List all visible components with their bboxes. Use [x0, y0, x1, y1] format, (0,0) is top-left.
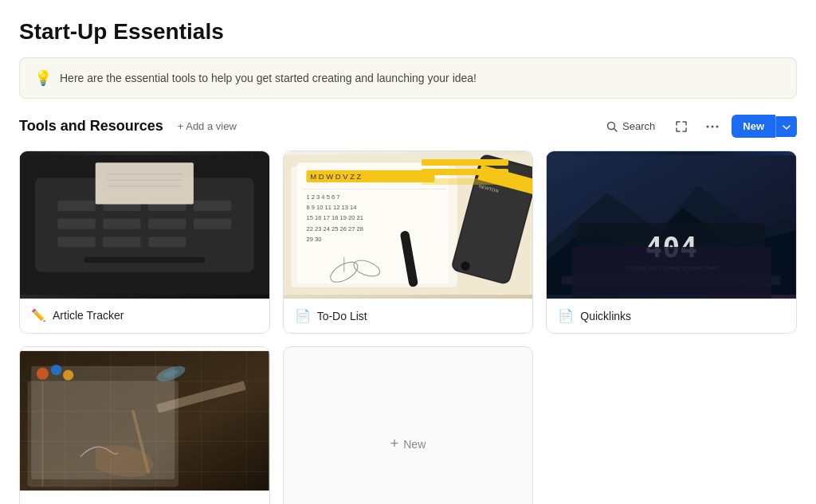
- doc-icon-todo: 📄: [295, 308, 311, 323]
- banner-text: Here are the essential tools to help you…: [60, 72, 477, 84]
- svg-text:22  23  24  25  26  27  28: 22 23 24 25 26 27 28: [306, 225, 363, 232]
- card-footer-quicklinks: 📄 Quicklinks: [547, 299, 796, 333]
- svg-text:29  30: 29 30: [306, 236, 321, 243]
- svg-rect-13: [148, 218, 186, 229]
- page-title: Start-Up Essentials: [19, 19, 797, 45]
- svg-text:M  D  W  D  V  Z  Z: M D W D V Z Z: [310, 172, 361, 181]
- svg-rect-15: [57, 236, 95, 247]
- card-title-article-tracker: Article Tracker: [53, 309, 124, 322]
- expand-button[interactable]: [669, 116, 693, 137]
- svg-line-1: [614, 128, 618, 131]
- doc-icon-quicklinks: 📄: [558, 308, 574, 323]
- svg-point-3: [712, 125, 714, 127]
- card-image-article-tracker: [20, 151, 269, 299]
- card-image-to-do-list: M D W D V Z Z 1 2 3 4 5 6 7 8 9 10 11 12…: [284, 151, 533, 299]
- card-footer-company-overview: 📄 Company Overview: [20, 494, 269, 504]
- toolbar: Tools and Resources + Add a view Search: [19, 115, 797, 138]
- svg-rect-19: [96, 162, 194, 204]
- svg-rect-12: [103, 218, 140, 229]
- svg-point-64: [63, 370, 73, 381]
- svg-rect-7: [57, 201, 95, 211]
- svg-rect-11: [57, 218, 95, 229]
- new-card[interactable]: + New: [283, 346, 534, 504]
- calendar-svg: M D W D V Z Z 1 2 3 4 5 6 7 8 9 10 11 12…: [284, 151, 533, 299]
- chevron-down-icon: [783, 125, 790, 130]
- svg-point-62: [37, 368, 49, 380]
- new-button[interactable]: New: [732, 115, 775, 138]
- toolbar-left: Tools and Resources + Add a view: [19, 117, 241, 135]
- banner-icon: 💡: [34, 69, 52, 87]
- more-options-button[interactable]: [700, 120, 725, 133]
- add-view-button[interactable]: + Add a view: [173, 117, 241, 135]
- new-card-inner: + New: [390, 436, 426, 452]
- card-article-tracker[interactable]: ✏️ Article Tracker: [19, 150, 270, 334]
- card-title-to-do-list: To-Do List: [317, 310, 367, 322]
- expand-icon: [676, 121, 687, 132]
- search-button[interactable]: Search: [598, 115, 663, 137]
- banner: 💡 Here are the essential tools to help y…: [19, 57, 797, 99]
- cards-grid: ✏️ Article Tracker M D W D V Z Z: [19, 150, 797, 504]
- svg-text:The page you're looking for do: The page you're looking for doesn't exis…: [624, 265, 719, 272]
- add-view-label: + Add a view: [178, 120, 237, 132]
- svg-rect-49: [562, 275, 781, 284]
- svg-rect-14: [194, 218, 231, 229]
- section-title: Tools and Resources: [19, 118, 163, 135]
- svg-text:404: 404: [645, 231, 697, 264]
- card-footer-article-tracker: ✏️ Article Tracker: [20, 299, 269, 332]
- card-footer-to-do-list: 📄 To-Do List: [284, 299, 533, 333]
- page-wrapper: Start-Up Essentials 💡 Here are the essen…: [0, 0, 816, 504]
- card-company-overview[interactable]: 📄 Company Overview: [19, 346, 270, 504]
- blueprint-svg: [20, 347, 269, 494]
- svg-text:8  9  10  11  12  13  14: 8 9 10 11 12 13 14: [306, 204, 356, 211]
- card-title-quicklinks: Quicklinks: [580, 310, 631, 322]
- svg-rect-10: [194, 201, 231, 211]
- svg-text:15  16  17  18  19  20  21: 15 16 17 18 19 20 21: [306, 214, 363, 221]
- svg-rect-18: [84, 257, 206, 264]
- new-card-label: New: [403, 438, 426, 451]
- pencil-icon: ✏️: [31, 308, 46, 322]
- card-quicklinks[interactable]: 404 The page you're looking for doesn't …: [546, 150, 797, 334]
- more-icon: [706, 125, 719, 128]
- svg-point-2: [707, 125, 709, 127]
- svg-text:1  2  3  4  5  6  7: 1 2 3 4 5 6 7: [306, 193, 339, 201]
- laptop-svg: 404 The page you're looking for doesn't …: [547, 151, 796, 299]
- card-image-company-overview: [20, 347, 269, 494]
- search-label: Search: [622, 120, 655, 132]
- svg-text:MacBook Pro: MacBook Pro: [745, 283, 772, 288]
- svg-rect-16: [103, 236, 140, 247]
- toolbar-right: Search New: [598, 115, 797, 138]
- new-dropdown-button[interactable]: [775, 116, 797, 137]
- new-card-plus-icon: +: [390, 436, 399, 452]
- svg-point-4: [716, 125, 719, 127]
- search-icon: [606, 121, 618, 132]
- new-button-group: New: [732, 115, 797, 138]
- svg-rect-17: [148, 236, 186, 247]
- card-to-do-list[interactable]: M D W D V Z Z 1 2 3 4 5 6 7 8 9 10 11 12…: [283, 150, 534, 334]
- typewriter-svg: [20, 151, 269, 299]
- card-image-quicklinks: 404 The page you're looking for doesn't …: [547, 151, 796, 299]
- svg-point-63: [51, 365, 61, 375]
